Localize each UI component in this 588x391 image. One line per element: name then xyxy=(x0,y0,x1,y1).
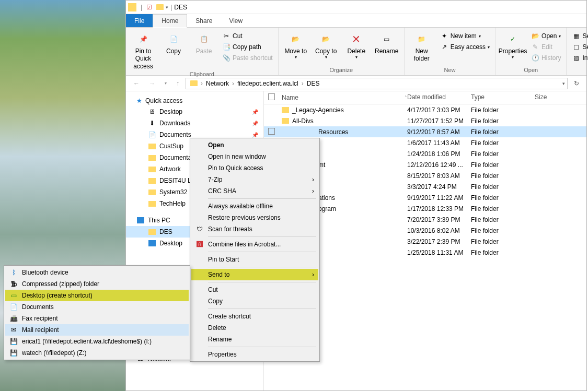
pin-icon: 📌 xyxy=(252,121,258,126)
tab-view[interactable]: View xyxy=(221,14,251,27)
table-row[interactable]: All-Divs 11/27/2017 1:52 PM File folder xyxy=(264,115,586,126)
move-to-button[interactable]: 📂Move to▾ xyxy=(282,31,310,61)
separator xyxy=(208,236,316,237)
ribbon-label: New xyxy=(408,67,492,74)
cm-fax-recipient[interactable]: 📠Fax recipient xyxy=(5,313,189,324)
copy-to-button[interactable]: 📂Copy to▾ xyxy=(312,31,340,61)
up-button[interactable]: ↑ xyxy=(173,79,182,88)
cm-copy[interactable]: Copy xyxy=(191,295,318,307)
new-item-button[interactable]: ✦New item ▾ xyxy=(438,31,492,41)
cm-drive-watech[interactable]: 💾watech (\\filedepot) (Z:) xyxy=(5,347,189,359)
cm-send-to[interactable]: Send to› xyxy=(191,269,318,280)
cm-open-new-window[interactable]: Open in new window xyxy=(191,151,318,162)
column-date[interactable]: Date modified xyxy=(407,93,471,102)
back-button[interactable]: ← xyxy=(130,79,143,88)
column-type[interactable]: Type xyxy=(471,93,535,102)
check-icon[interactable]: ☑ xyxy=(146,4,152,11)
separator xyxy=(208,282,316,282)
recent-dropdown[interactable]: ▾ xyxy=(162,80,170,87)
new-item-icon: ✦ xyxy=(440,32,448,40)
table-row[interactable]: _Legacy-Agencies 4/17/2017 3:03 PM File … xyxy=(264,104,586,115)
cm-open[interactable]: Open xyxy=(191,139,318,151)
cm-mail-recipient[interactable]: ✉Mail recipient xyxy=(5,324,189,336)
column-size[interactable]: Size xyxy=(535,93,566,102)
properties-icon: ✓ xyxy=(505,32,520,46)
paste-shortcut-button[interactable]: 📎Paste shortcut xyxy=(220,53,275,63)
edit-button[interactable]: ✎Edit xyxy=(529,42,563,52)
cm-compressed-folder[interactable]: 🗜Compressed (zipped) folder xyxy=(5,278,189,290)
folder-icon xyxy=(156,4,164,10)
crumb-network[interactable]: Network xyxy=(204,80,231,87)
forward-button[interactable]: → xyxy=(146,79,158,88)
copy-path-icon: 📑 xyxy=(222,43,230,51)
select-all-button[interactable]: ▦Select all xyxy=(570,31,588,41)
separator xyxy=(208,198,316,199)
cm-drive-ericaf1[interactable]: 💾ericaf1 (\\filedepot.eclient.wa.lcl\des… xyxy=(5,336,189,347)
file-header: Name˄ Date modified Type Size xyxy=(264,91,586,104)
refresh-button[interactable]: ↻ xyxy=(571,80,582,87)
tab-share[interactable]: Share xyxy=(187,14,221,27)
cm-scan-threats[interactable]: 🛡Scan for threats xyxy=(191,223,318,235)
invert-icon: ▨ xyxy=(572,54,580,62)
ribbon-group-organize: 📂Move to▾ 📂Copy to▾ ✕Delete▾ ▭Rename Org… xyxy=(279,28,405,75)
tab-file[interactable]: File xyxy=(126,14,153,27)
ribbon: 📌 Pin to Quick access 📄 Copy 📋 Paste ✂Cu… xyxy=(126,28,586,76)
cm-desktop-shortcut[interactable]: ▭Desktop (create shortcut) xyxy=(5,290,189,301)
table-row[interactable]: Resources 9/12/2017 8:57 AM File folder xyxy=(264,126,586,137)
easy-access-button[interactable]: ↗Easy access ▾ xyxy=(438,42,492,52)
cm-rename[interactable]: Rename xyxy=(191,334,318,345)
cm-properties[interactable]: Properties xyxy=(191,349,318,360)
column-name[interactable]: Name˄ xyxy=(282,93,407,102)
cm-create-shortcut[interactable]: Create shortcut xyxy=(191,311,318,322)
rename-button[interactable]: ▭Rename xyxy=(373,31,401,56)
cm-combine-acrobat[interactable]: 🅰Combine files in Acrobat... xyxy=(191,239,318,250)
chevron-right-icon[interactable]: › xyxy=(301,80,305,87)
new-folder-button[interactable]: 📁New folder xyxy=(408,31,436,64)
ribbon-group-clipboard: 📌 Pin to Quick access 📄 Copy 📋 Paste ✂Cu… xyxy=(126,28,279,75)
fax-icon: 📠 xyxy=(9,314,18,323)
sidebar-item-desktop[interactable]: 🖥Desktop📌 xyxy=(126,106,263,117)
quick-access-header[interactable]: ★Quick access xyxy=(126,96,263,106)
delete-button[interactable]: ✕Delete▾ xyxy=(342,31,371,61)
cm-pin-start[interactable]: Pin to Start xyxy=(191,254,318,265)
chevron-right-icon[interactable]: › xyxy=(200,80,204,87)
cm-documents[interactable]: 📄Documents xyxy=(5,301,189,313)
column-checkbox[interactable] xyxy=(268,93,282,102)
crumb-filedepot[interactable]: filedepot.eclient.wa.lcl xyxy=(235,80,301,87)
cm-pin-quick-access[interactable]: Pin to Quick access xyxy=(191,162,318,174)
cm-cut[interactable]: Cut xyxy=(191,284,318,295)
folder-icon xyxy=(148,176,156,185)
sidebar-item-downloads[interactable]: ⬇Downloads📌 xyxy=(126,117,263,129)
cut-button[interactable]: ✂Cut xyxy=(220,31,275,41)
properties-button[interactable]: ✓Properties▾ xyxy=(499,31,527,61)
crumb-des[interactable]: DES xyxy=(305,80,322,87)
open-button[interactable]: 📂Open ▾ xyxy=(529,31,563,41)
breadcrumb[interactable]: › Network › filedepot.eclient.wa.lcl › D… xyxy=(186,78,568,89)
ribbon-group-open: ✓Properties▾ 📂Open ▾ ✎Edit 🕐History Open xyxy=(495,28,567,75)
cm-restore-versions[interactable]: Restore previous versions xyxy=(191,212,318,223)
select-none-button[interactable]: ▢Select none xyxy=(570,42,588,52)
history-button[interactable]: 🕐History xyxy=(529,53,563,63)
cm-7zip[interactable]: 7-Zip› xyxy=(191,174,318,185)
cm-always-offline[interactable]: Always available offline xyxy=(191,200,318,212)
mail-icon: ✉ xyxy=(9,326,18,334)
cm-delete[interactable]: Delete xyxy=(191,322,318,334)
folder-icon xyxy=(148,188,156,196)
copy-button[interactable]: 📄 Copy xyxy=(159,31,188,56)
cm-bluetooth[interactable]: ᛒBluetooth device xyxy=(5,267,189,278)
address-dropdown-icon[interactable]: ▾ xyxy=(562,81,565,86)
pin-icon: 📌 xyxy=(252,132,258,138)
qa-dropdown-icon[interactable]: ▾ xyxy=(166,5,168,10)
qa-divider: | xyxy=(141,4,142,11)
paste-button[interactable]: 📋 Paste xyxy=(190,31,218,56)
cm-crc-sha[interactable]: CRC SHA› xyxy=(191,185,318,197)
pin-quick-access-button[interactable]: 📌 Pin to Quick access xyxy=(129,31,157,71)
folder-icon xyxy=(148,165,156,173)
copy-path-button[interactable]: 📑Copy path xyxy=(220,42,275,52)
chevron-right-icon[interactable]: › xyxy=(231,80,235,87)
paste-shortcut-icon: 📎 xyxy=(222,54,230,62)
tab-home[interactable]: Home xyxy=(153,14,187,28)
select-none-icon: ▢ xyxy=(572,43,580,51)
invert-selection-button[interactable]: ▨Invert selection xyxy=(570,53,588,63)
folder-icon xyxy=(282,107,289,113)
